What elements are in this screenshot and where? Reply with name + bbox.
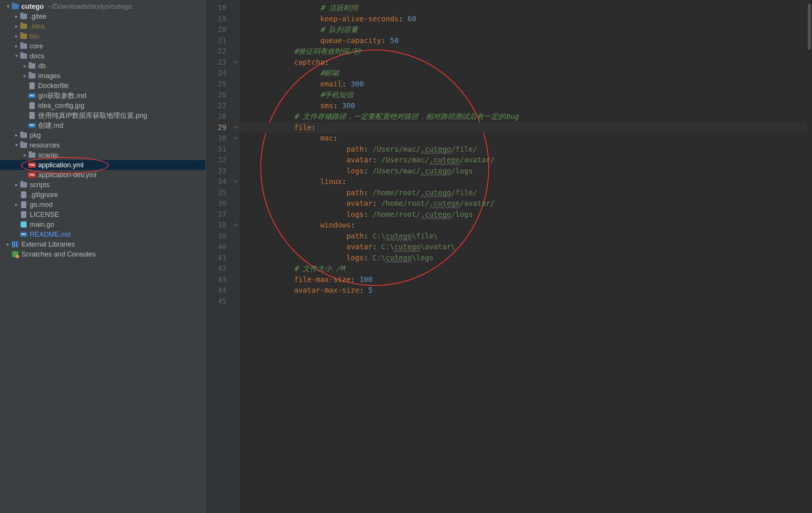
line-number[interactable]: 24 xyxy=(206,67,233,79)
chevron-right-icon[interactable]: ▸ xyxy=(13,130,20,140)
line-number[interactable]: 28 xyxy=(206,111,233,122)
tree-item--idea[interactable]: ▸.idea xyxy=(0,21,205,31)
line-number[interactable]: 25 xyxy=(206,79,233,90)
tree-item-main-go[interactable]: main.go xyxy=(0,220,205,229)
tree-item--gitignore[interactable]: .gitignore xyxy=(0,190,205,200)
line-number[interactable]: 31 xyxy=(206,144,233,155)
chevron-down-icon[interactable]: ▾ xyxy=(13,140,20,150)
line-number[interactable]: 45 xyxy=(206,296,233,307)
editor-scrollbar[interactable] xyxy=(807,0,812,513)
code-line[interactable]: logs: /home/root/.cutego/logs xyxy=(242,209,812,220)
chevron-right-icon[interactable]: ▸ xyxy=(13,41,20,51)
chevron-down-icon[interactable]: ▾ xyxy=(5,2,11,11)
tree-item-go-mod[interactable]: ▸go.mod xyxy=(0,200,205,210)
tree-item-external-libraries[interactable]: ▸External Libraries xyxy=(0,239,205,249)
fold-toggle-icon[interactable]: ⊖ xyxy=(233,176,239,187)
chevron-right-icon[interactable]: ▸ xyxy=(13,31,20,41)
line-number[interactable]: 26 xyxy=(206,89,233,100)
tree-item--md[interactable]: MD创建.md xyxy=(0,120,205,130)
tree-item-scanip[interactable]: ▸scanip xyxy=(0,150,205,160)
line-number[interactable]: 30 xyxy=(206,133,233,144)
line-number[interactable]: 34 xyxy=(206,176,233,187)
tree-item--ip-png[interactable]: 使用纯真IP数据库获取地理位置.png xyxy=(0,111,205,120)
chevron-right-icon[interactable]: ▸ xyxy=(21,61,28,71)
code-line[interactable]: logs: C:\cutego\logs xyxy=(242,252,812,263)
tree-item--gitee[interactable]: ▸.gitee xyxy=(0,11,205,21)
code-line[interactable]: linux: xyxy=(242,176,812,187)
fold-toggle-icon[interactable]: ⊖ xyxy=(233,220,239,231)
line-number[interactable]: 22 xyxy=(206,46,233,57)
chevron-right-icon[interactable]: ▸ xyxy=(13,11,20,21)
code-line[interactable]: avatar: /home/root/.cutego/avatar/ xyxy=(242,198,812,209)
code-line[interactable]: # 文件存储路径，一定要配置绝对路径，相对路径测试后有一定的bug xyxy=(242,111,812,122)
code-line[interactable]: captcha: xyxy=(242,57,812,68)
tree-item-dockerfile[interactable]: Dockerfile xyxy=(0,81,205,91)
line-number[interactable]: 43 xyxy=(206,274,233,285)
tree-item-scripts[interactable]: ▸scripts xyxy=(0,180,205,190)
code-line[interactable]: email: 300 xyxy=(242,79,812,90)
code-line[interactable]: file-max-size: 100 xyxy=(242,274,812,285)
line-number[interactable]: 29 xyxy=(206,122,233,133)
code-line[interactable]: #验证码有效时间/秒 xyxy=(242,46,812,57)
line-number[interactable]: 39 xyxy=(206,231,233,242)
code-line[interactable]: queue-capacity: 50 xyxy=(242,35,812,46)
line-number[interactable]: 37 xyxy=(206,209,233,220)
chevron-right-icon[interactable]: ▸ xyxy=(21,71,28,81)
tree-item-license[interactable]: LICENSE xyxy=(0,210,205,220)
code-line[interactable]: path: C:\cutego\file\ xyxy=(242,231,812,242)
line-number[interactable]: 20 xyxy=(206,24,233,35)
line-number[interactable]: 36 xyxy=(206,198,233,209)
code-line[interactable]: windows: xyxy=(242,220,812,231)
fold-toggle-icon[interactable]: ⊖ xyxy=(233,133,239,144)
chevron-right-icon[interactable]: ▸ xyxy=(13,200,20,210)
code-line[interactable]: file: xyxy=(242,122,812,133)
chevron-down-icon[interactable]: ▾ xyxy=(13,51,20,61)
tree-item-resources[interactable]: ▾resources xyxy=(0,140,205,150)
tree-item-application-yml[interactable]: YMLapplication.yml xyxy=(0,160,205,170)
tree-item-idea_config-jpg[interactable]: idea_config.jpg xyxy=(0,101,205,111)
tree-item-bin[interactable]: ▸bin xyxy=(0,31,205,41)
line-number[interactable]: 23 xyxy=(206,57,233,68)
tree-item-pkg[interactable]: ▸pkg xyxy=(0,130,205,140)
line-number[interactable]: 41 xyxy=(206,252,233,263)
line-number[interactable]: 38 xyxy=(206,220,233,231)
code-line[interactable]: #邮箱 xyxy=(242,67,812,79)
chevron-right-icon[interactable]: ▸ xyxy=(21,150,28,160)
code-line[interactable]: path: /Users/mac/.cutego/file/ xyxy=(242,144,812,155)
code-line[interactable]: # 文件大小 /M xyxy=(242,263,812,274)
code-line[interactable]: sms: 300 xyxy=(242,100,812,111)
tree-item-db[interactable]: ▸db xyxy=(0,61,205,71)
line-number[interactable]: 19 xyxy=(206,13,233,24)
code-line[interactable]: # 队列容量 xyxy=(242,24,812,35)
tree-item-images[interactable]: ▸images xyxy=(0,71,205,81)
code-line[interactable]: keep-alive-seconds: 60 xyxy=(242,13,812,24)
line-number[interactable]: 33 xyxy=(206,165,233,176)
line-number[interactable]: 27 xyxy=(206,100,233,111)
line-number[interactable]: 40 xyxy=(206,241,233,252)
code-line[interactable]: avatar: /Users/mac/.cutego/avatar/ xyxy=(242,154,812,165)
fold-toggle-icon[interactable]: ⊖ xyxy=(233,57,239,68)
code-line[interactable]: #手机短信 xyxy=(242,89,812,100)
line-number[interactable]: 35 xyxy=(206,187,233,198)
tree-item-core[interactable]: ▸core xyxy=(0,41,205,51)
code-line[interactable]: mac: xyxy=(242,133,812,144)
chevron-right-icon[interactable]: ▸ xyxy=(5,239,11,249)
line-number[interactable]: 18 xyxy=(206,2,233,13)
tree-item-readme-md[interactable]: MDREADME.md xyxy=(0,229,205,239)
tree-item-gin-md[interactable]: MDgin获取参数.md xyxy=(0,91,205,101)
tree-item-scratches-and-consoles[interactable]: Scratches and Consoles xyxy=(0,249,205,259)
line-number[interactable]: 44 xyxy=(206,285,233,296)
tree-item-cutego[interactable]: ▾cutego~/Downloads/studys/cutego xyxy=(0,2,205,11)
chevron-right-icon[interactable]: ▸ xyxy=(13,21,20,31)
tree-item-docs[interactable]: ▾docs xyxy=(0,51,205,61)
chevron-right-icon[interactable]: ▸ xyxy=(13,180,20,190)
code-line[interactable]: # 活跃时间 xyxy=(242,2,812,13)
tree-item-application-dev-yml[interactable]: YMLapplication-dev.yml xyxy=(0,170,205,180)
code-line[interactable]: path: /home/root/.cutego/file/ xyxy=(242,187,812,198)
fold-toggle-icon[interactable]: ⊖ xyxy=(233,122,239,133)
code-line[interactable]: logs: /Users/mac/.cutego/logs xyxy=(242,165,812,176)
line-number[interactable]: 21 xyxy=(206,35,233,46)
line-number[interactable]: 42 xyxy=(206,263,233,274)
code-line[interactable]: avatar: C:\cutego\avatar\ xyxy=(242,241,812,252)
editor-code-area[interactable]: # 活跃时间 keep-alive-seconds: 60 # 队列容量 que… xyxy=(239,0,812,513)
